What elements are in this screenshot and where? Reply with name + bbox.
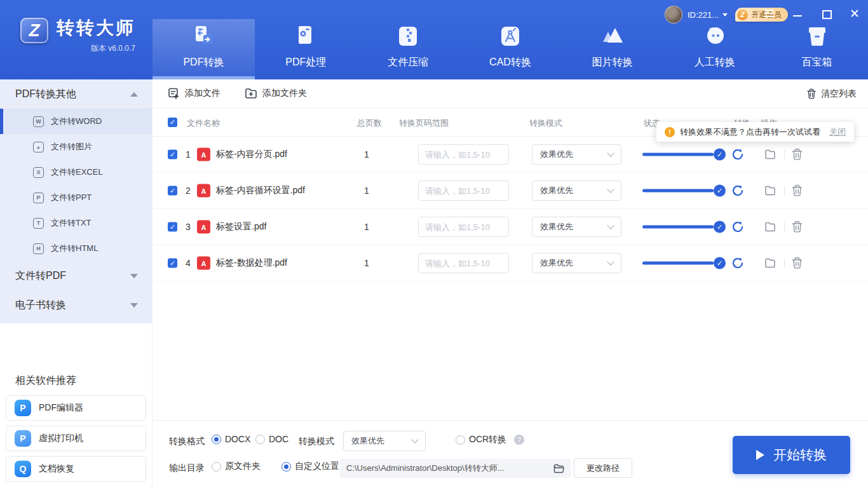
sidebar-group-label: PDF转换其他 — [15, 88, 76, 101]
add-file-icon — [168, 88, 180, 100]
toolbox-icon — [804, 22, 831, 51]
app-logo: Z 转转大师 版本 v6.0.0.7 — [20, 16, 135, 54]
output-radio-source-folder[interactable]: 原文件夹 — [212, 461, 261, 472]
output-option-label: 自定义位置 — [295, 461, 339, 472]
delete-row-button[interactable] — [791, 220, 803, 233]
format-radio-doc[interactable]: DOC — [255, 434, 288, 444]
nav-tab-manual-convert[interactable]: 人工转换 — [663, 19, 766, 79]
output-path-field[interactable] — [340, 459, 571, 478]
help-icon[interactable]: ? — [514, 435, 524, 445]
chevron-down-icon[interactable] — [722, 13, 728, 17]
sidebar-group-file-to-pdf[interactable]: 文件转PDF — [0, 261, 152, 290]
clear-list-button[interactable]: 清空列表 — [806, 79, 857, 108]
sidebar-item-file-to-html[interactable]: H 文件转HTML — [0, 236, 152, 261]
sidebar-item-file-to-txt[interactable]: T 文件转TXT — [0, 210, 152, 236]
delete-row-button[interactable] — [791, 184, 803, 197]
nav-tab-toolbox[interactable]: 百宝箱 — [766, 19, 868, 79]
row-checkbox[interactable] — [168, 222, 177, 232]
delete-row-button[interactable] — [791, 148, 803, 161]
progress-bar — [642, 226, 714, 229]
open-file-button[interactable] — [764, 257, 776, 269]
nav-tab-pdf-convert[interactable]: PDF转换 — [153, 19, 255, 79]
recommend-item-doc-recovery[interactable]: Q 文档恢复 — [6, 456, 146, 482]
open-file-button[interactable] — [764, 220, 776, 233]
tooltip-close-link[interactable]: 关闭 — [829, 126, 846, 138]
row-checkbox[interactable] — [168, 186, 177, 196]
manual-convert-icon — [702, 22, 728, 51]
app-title: 转转大师 — [57, 16, 135, 40]
sidebar-item-file-to-ppt[interactable]: P 文件转PPT — [0, 185, 152, 210]
output-radio-custom[interactable]: 自定义位置 — [281, 461, 339, 472]
sidebar-group-ebook-convert[interactable]: 电子书转换 — [0, 290, 152, 320]
change-path-button[interactable]: 更改路径 — [574, 458, 632, 478]
user-id[interactable]: ID:221... — [688, 10, 719, 20]
recommend-item-pdf-editor[interactable]: P PDF编辑器 — [6, 395, 146, 421]
mode-select-value: 效果优先 — [540, 149, 573, 160]
mode-select[interactable]: 效果优先 — [532, 217, 621, 237]
col-header-name: 文件名称 — [187, 118, 220, 129]
mode-select[interactable]: 效果优先 — [532, 253, 621, 273]
global-mode-select[interactable]: 效果优先 — [343, 431, 426, 451]
page-range-input[interactable] — [418, 253, 509, 273]
nav-tab-label: 文件压缩 — [388, 56, 428, 69]
menu-icon[interactable] — [763, 8, 775, 19]
mode-label: 转换模式 — [299, 436, 334, 447]
change-path-label: 更改路径 — [587, 463, 620, 474]
progress-bar — [642, 262, 714, 265]
nav-tab-image-convert[interactable]: 图片转换 — [561, 19, 663, 79]
open-file-button[interactable] — [764, 184, 776, 197]
close-button[interactable] — [849, 8, 860, 19]
pdf-file-icon: A — [197, 184, 210, 198]
minimize-button[interactable] — [792, 8, 803, 19]
delete-row-button[interactable] — [791, 257, 803, 269]
radio-checked-icon — [281, 462, 291, 471]
nav-tab-label: PDF转换 — [183, 56, 224, 69]
nav-tab-label: 百宝箱 — [802, 56, 832, 69]
pdf-file-icon: A — [197, 220, 210, 234]
add-file-button[interactable]: 添加文件 — [168, 88, 220, 100]
page-range-input[interactable] — [418, 217, 509, 237]
chevron-down-icon — [130, 303, 138, 308]
select-all-checkbox[interactable] — [168, 118, 177, 127]
start-convert-button[interactable]: 开始转换 — [733, 436, 850, 474]
add-folder-button[interactable]: 添加文件夹 — [245, 88, 307, 99]
row-checkbox[interactable] — [168, 150, 177, 159]
reconvert-button[interactable] — [731, 256, 745, 270]
page-range-input[interactable] — [418, 180, 509, 201]
sidebar-item-file-to-word[interactable]: W 文件转WORD — [0, 109, 152, 134]
reconvert-button[interactable] — [731, 147, 745, 161]
sidebar-item-label: 文件转PPT — [51, 192, 92, 203]
page-range-input[interactable] — [418, 144, 509, 165]
maximize-button[interactable] — [820, 8, 832, 19]
sidebar-group-pdf-convert-other[interactable]: PDF转换其他 — [0, 79, 152, 109]
ppt-doc-icon: P — [33, 193, 44, 203]
format-radio-docx[interactable]: DOCX — [212, 434, 250, 444]
nav-tab-file-compress[interactable]: 文件压缩 — [357, 19, 459, 79]
recommend-title: 相关软件推荐 — [15, 374, 152, 388]
status-done-icon — [714, 149, 726, 161]
mode-select[interactable]: 效果优先 — [532, 180, 621, 201]
main-nav: PDF转换 PDF处理 — [153, 19, 868, 79]
open-file-button[interactable] — [764, 148, 776, 161]
cad-convert-icon — [497, 22, 524, 51]
sidebar-item-file-to-image[interactable]: ▲ 文件转图片 — [0, 134, 152, 159]
col-header-pages: 总页数 — [357, 118, 382, 129]
sidebar-item-file-to-excel[interactable]: X 文件转EXCEL — [0, 159, 152, 185]
ocr-radio[interactable]: OCR转换 ? — [456, 434, 524, 445]
recommend-item-virtual-printer[interactable]: P 虚拟打印机 — [6, 426, 146, 451]
nav-tab-label: PDF处理 — [285, 56, 326, 69]
reconvert-button[interactable] — [731, 220, 745, 234]
row-checkbox[interactable] — [168, 259, 177, 268]
status-done-icon — [714, 257, 726, 269]
mode-select-value: 效果优先 — [540, 221, 573, 233]
reconvert-button[interactable] — [731, 184, 745, 198]
nav-tab-label: 人工转换 — [695, 56, 735, 69]
col-header-range: 转换页码范围 — [399, 118, 449, 129]
sidebar-group-label: 文件转PDF — [15, 269, 66, 283]
nav-tab-pdf-process[interactable]: PDF处理 — [255, 19, 357, 79]
row-index: 3 — [186, 222, 191, 232]
output-path-input[interactable] — [346, 464, 553, 473]
nav-tab-cad-convert[interactable]: CAD转换 — [459, 19, 562, 79]
folder-icon[interactable] — [553, 464, 564, 473]
mode-select[interactable]: 效果优先 — [532, 144, 621, 165]
